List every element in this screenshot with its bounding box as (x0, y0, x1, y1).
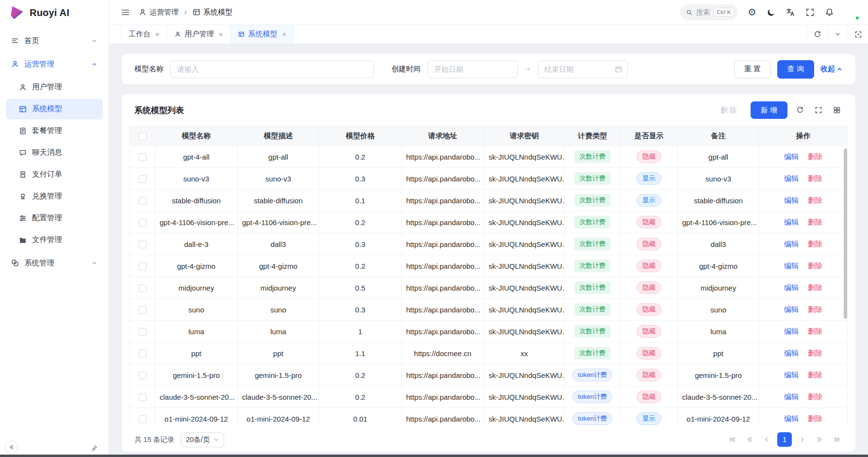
refresh-table-button[interactable] (794, 104, 806, 116)
tab-workbench[interactable]: 工作台 × (121, 25, 167, 44)
row-checkbox[interactable] (139, 306, 147, 314)
close-icon[interactable]: × (282, 31, 287, 38)
query-button[interactable]: 查 询 (777, 60, 814, 79)
refresh-page-button[interactable] (807, 25, 827, 44)
start-date-input[interactable] (427, 60, 518, 78)
row-checkbox[interactable] (139, 415, 147, 423)
row-checkbox[interactable] (139, 393, 147, 401)
row-checkbox[interactable] (139, 372, 147, 379)
delete-link[interactable]: 删除 (808, 414, 822, 423)
content-fullscreen-button[interactable] (848, 25, 868, 44)
scrollbar-thumb[interactable] (844, 148, 847, 319)
edit-link[interactable]: 编辑 (784, 174, 799, 182)
cell-model-name: gpt-4-gizmo (155, 255, 238, 277)
delete-link[interactable]: 删除 (808, 392, 822, 401)
row-checkbox[interactable] (139, 241, 147, 248)
edit-link[interactable]: 编辑 (784, 261, 799, 270)
edit-link[interactable]: 编辑 (784, 371, 799, 379)
edit-link[interactable]: 编辑 (784, 283, 799, 292)
edit-link[interactable]: 编辑 (784, 327, 799, 335)
delete-link[interactable]: 删除 (808, 283, 822, 292)
global-search[interactable]: 搜索 Ctrl K (680, 4, 737, 20)
dark-mode-button[interactable] (767, 8, 776, 17)
breadcrumb-item-system-models[interactable]: 系统模型 (193, 8, 232, 17)
row-checkbox[interactable] (139, 153, 147, 161)
sidebar-collapse-button[interactable] (5, 441, 18, 454)
table-scrollbar[interactable] (843, 147, 848, 426)
notifications-button[interactable] (825, 8, 834, 17)
reset-button[interactable]: 重 置 (734, 60, 771, 79)
sidebar-item-config[interactable]: 配置管理 (6, 208, 103, 228)
delete-link[interactable]: 删除 (808, 305, 822, 313)
row-checkbox[interactable] (139, 328, 147, 336)
app-logo[interactable]: Ruoyi AI (0, 0, 109, 25)
sidebar-item-files[interactable]: 文件管理 (6, 229, 103, 250)
sidebar-item-users[interactable]: 用户管理 (6, 77, 103, 98)
row-checkbox[interactable] (139, 350, 147, 358)
delete-link[interactable]: 删除 (808, 371, 822, 379)
edit-link[interactable]: 编辑 (784, 218, 799, 226)
delete-selected-button[interactable]: 删 除 (714, 101, 744, 119)
delete-link[interactable]: 删除 (808, 218, 822, 226)
end-date-input[interactable] (538, 60, 628, 78)
sidebar-item-system-models[interactable]: 系统模型 (6, 98, 103, 119)
settings-button[interactable]: ⚙ (748, 7, 756, 17)
cell-visible: 隐藏 (621, 277, 678, 299)
close-icon[interactable]: × (155, 31, 160, 38)
row-checkbox[interactable] (139, 262, 147, 270)
user-avatar[interactable] (844, 5, 859, 20)
current-page-button[interactable]: 1 (777, 432, 792, 447)
add-button[interactable]: 新 增 (751, 101, 787, 119)
jump-back-button[interactable] (743, 433, 756, 446)
edit-link[interactable]: 编辑 (784, 152, 799, 161)
sidebar-item-home[interactable]: 首页 (6, 30, 103, 51)
table-fullscreen-button[interactable] (813, 104, 824, 116)
sidebar-item-operations[interactable]: 运营管理 (6, 53, 103, 75)
pin-sidebar-button[interactable] (90, 444, 98, 452)
menu-toggle-button[interactable] (121, 8, 130, 17)
edit-link[interactable]: 编辑 (784, 305, 799, 313)
delete-link[interactable]: 删除 (808, 196, 822, 204)
sidebar-item-redeem[interactable]: 兑换管理 (6, 186, 103, 207)
edit-link[interactable]: 编辑 (784, 240, 799, 248)
select-all-checkbox[interactable] (139, 132, 147, 140)
column-settings-button[interactable] (831, 104, 843, 116)
edit-link[interactable]: 编辑 (784, 349, 799, 357)
table-row: suno-v3 suno-v3 0.3 https://api.pandarob… (130, 168, 848, 190)
delete-link[interactable]: 删除 (808, 349, 822, 357)
sidebar-item-system-management[interactable]: 系统管理 (6, 252, 103, 274)
tabs-menu-button[interactable] (827, 25, 848, 44)
sidebar-item-payment-orders[interactable]: 支付订单 (6, 164, 103, 185)
edit-link[interactable]: 编辑 (784, 392, 799, 401)
row-checkbox[interactable] (139, 219, 147, 227)
delete-link[interactable]: 删除 (808, 174, 822, 182)
model-name-input[interactable] (170, 60, 374, 78)
delete-link[interactable]: 删除 (808, 327, 822, 335)
delete-link[interactable]: 删除 (808, 152, 822, 161)
fullscreen-button[interactable] (805, 8, 815, 17)
page-size-select[interactable]: 20条/页 (181, 432, 224, 447)
row-checkbox[interactable] (139, 197, 147, 205)
language-button[interactable] (786, 8, 795, 17)
tab-system-models[interactable]: 系统模型 × (231, 25, 295, 44)
next-page-button[interactable] (796, 433, 809, 446)
delete-link[interactable]: 删除 (808, 240, 822, 248)
receipt-icon (19, 171, 27, 179)
first-page-button[interactable] (726, 433, 739, 446)
sidebar-item-chat-messages[interactable]: 聊天消息 (6, 142, 103, 163)
table-row: gpt-4-all gpt-all 0.2 https://api.pandar… (130, 146, 848, 168)
row-checkbox[interactable] (139, 284, 147, 292)
breadcrumb-item-operations[interactable]: 运营管理 (139, 8, 179, 17)
edit-link[interactable]: 编辑 (784, 414, 799, 423)
collapse-filter-button[interactable]: 收起 (820, 65, 843, 74)
row-checkbox[interactable] (139, 175, 147, 183)
chevron-right-icon (799, 436, 806, 443)
jump-forward-button[interactable] (813, 433, 826, 446)
edit-link[interactable]: 编辑 (784, 196, 799, 204)
tab-user-management[interactable]: 用户管理 × (167, 25, 231, 44)
close-icon[interactable]: × (219, 31, 223, 38)
sidebar-item-packages[interactable]: 套餐管理 (6, 120, 103, 141)
delete-link[interactable]: 删除 (808, 261, 822, 270)
prev-page-button[interactable] (760, 433, 773, 446)
last-page-button[interactable] (830, 433, 843, 446)
